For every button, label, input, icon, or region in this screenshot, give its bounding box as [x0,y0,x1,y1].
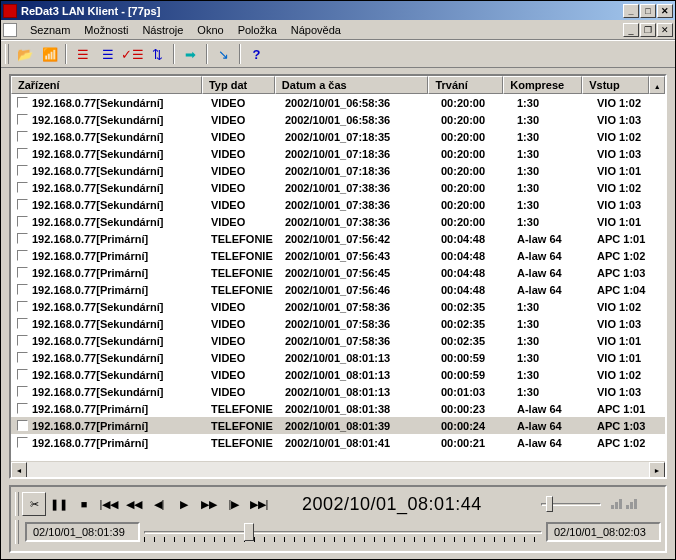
next-track-button[interactable]: ▶▶| [247,492,271,516]
doc-icon[interactable] [3,23,17,37]
col-datetime[interactable]: Datum a čas [275,76,429,94]
connect-icon[interactable]: 📶 [38,43,61,65]
menu-nápověda[interactable]: Nápověda [284,22,348,38]
table-row[interactable]: 192.168.0.77[Primární]TELEFONIE2002/10/0… [11,230,665,247]
table-row[interactable]: 192.168.0.77[Sekundární]VIDEO2002/10/01_… [11,315,665,332]
play-button[interactable]: ▶ [172,492,196,516]
maximize-button[interactable]: □ [640,4,656,18]
scroll-up-button[interactable] [649,76,665,94]
prev-track-button[interactable]: |◀◀ [97,492,121,516]
table-row[interactable]: 192.168.0.77[Sekundární]VIDEO2002/10/01_… [11,111,665,128]
horizontal-scrollbar[interactable] [11,461,665,477]
row-checkbox[interactable] [17,420,28,431]
volume-thumb[interactable] [546,496,553,512]
scroll-track[interactable] [27,462,649,477]
row-checkbox[interactable] [17,386,28,397]
row-checkbox[interactable] [17,437,28,448]
table-row[interactable]: 192.168.0.77[Sekundární]VIDEO2002/10/01_… [11,179,665,196]
row-checkbox[interactable] [17,199,28,210]
list-red-icon[interactable]: ☰ [71,43,94,65]
col-input[interactable]: Vstup [582,76,649,94]
table-row[interactable]: 192.168.0.77[Primární]TELEFONIE2002/10/0… [11,264,665,281]
menu-položka[interactable]: Položka [231,22,284,38]
row-checkbox[interactable] [17,267,28,278]
table-row[interactable]: 192.168.0.77[Sekundární]VIDEO2002/10/01_… [11,213,665,230]
list-blue-icon[interactable]: ☰ [96,43,119,65]
table-row[interactable]: 192.168.0.77[Sekundární]VIDEO2002/10/01_… [11,383,665,400]
table-row[interactable]: 192.168.0.77[Sekundární]VIDEO2002/10/01_… [11,298,665,315]
cell-device: 192.168.0.77[Primární] [32,284,148,296]
row-checkbox[interactable] [17,233,28,244]
table-row[interactable]: 192.168.0.77[Primární]TELEFONIE2002/10/0… [11,417,665,434]
scroll-right-button[interactable] [649,462,665,478]
table-row[interactable]: 192.168.0.77[Primární]TELEFONIE2002/10/0… [11,247,665,264]
cell-duration: 00:00:21 [435,436,511,450]
table-body[interactable]: 192.168.0.77[Sekundární]VIDEO2002/10/01_… [11,94,665,461]
table-row[interactable]: 192.168.0.77[Sekundární]VIDEO2002/10/01_… [11,162,665,179]
row-checkbox[interactable] [17,250,28,261]
row-checkbox[interactable] [17,114,28,125]
seek-slider[interactable] [144,522,542,542]
list-sort-icon[interactable]: ⇅ [146,43,169,65]
mdi-minimize-button[interactable]: _ [623,23,639,37]
row-checkbox[interactable] [17,403,28,414]
table-row[interactable]: 192.168.0.77[Sekundární]VIDEO2002/10/01_… [11,366,665,383]
table-row[interactable]: 192.168.0.77[Sekundární]VIDEO2002/10/01_… [11,145,665,162]
row-checkbox[interactable] [17,318,28,329]
help-icon[interactable]: ? [245,43,268,65]
menu-seznam[interactable]: Seznam [23,22,77,38]
titlebar[interactable]: ReDat3 LAN Klient - [77ps] _ □ ✕ [1,1,675,20]
menu-možnosti[interactable]: Možnosti [77,22,135,38]
table-row[interactable]: 192.168.0.77[Primární]TELEFONIE2002/10/0… [11,400,665,417]
mdi-restore-button[interactable]: ❐ [640,23,656,37]
tool-button[interactable]: ✂ [22,492,46,516]
table-row[interactable]: 192.168.0.77[Sekundární]VIDEO2002/10/01_… [11,349,665,366]
pause-button[interactable]: ❚❚ [47,492,71,516]
close-button[interactable]: ✕ [657,4,673,18]
open-icon[interactable]: 📂 [13,43,36,65]
mdi-close-button[interactable]: ✕ [657,23,673,37]
scroll-left-button[interactable] [11,462,27,478]
row-checkbox[interactable] [17,216,28,227]
col-duration[interactable]: Trvání [428,76,503,94]
list-check-icon[interactable]: ✓☰ [121,43,144,65]
toolbar-handle[interactable] [5,44,9,64]
row-checkbox[interactable] [17,301,28,312]
arrow-right-icon[interactable]: ➡ [179,43,202,65]
step-back-button[interactable]: ◀| [147,492,171,516]
row-checkbox[interactable] [17,352,28,363]
table-row[interactable]: 192.168.0.77[Sekundární]VIDEO2002/10/01_… [11,128,665,145]
cell-datetime: 2002/10/01_07:56:43 [279,249,435,263]
cell-input: VIO 1:03 [591,147,659,161]
row-checkbox[interactable] [17,97,28,108]
stop-button[interactable]: ■ [72,492,96,516]
row-checkbox[interactable] [17,369,28,380]
minimize-button[interactable]: _ [623,4,639,18]
volume-slider[interactable] [541,496,601,512]
col-compression[interactable]: Komprese [503,76,582,94]
menu-nástroje[interactable]: Nástroje [135,22,190,38]
table-row[interactable]: 192.168.0.77[Primární]TELEFONIE2002/10/0… [11,434,665,451]
col-type[interactable]: Typ dat [202,76,275,94]
row-checkbox[interactable] [17,165,28,176]
table-row[interactable]: 192.168.0.77[Primární]TELEFONIE2002/10/0… [11,281,665,298]
col-device[interactable]: Zařízení [11,76,202,94]
row-checkbox[interactable] [17,148,28,159]
step-forward-button[interactable]: |▶ [222,492,246,516]
table-row[interactable]: 192.168.0.77[Sekundární]VIDEO2002/10/01_… [11,196,665,213]
fast-forward-button[interactable]: ▶▶ [197,492,221,516]
seek-thumb[interactable] [244,523,254,541]
row-checkbox[interactable] [17,182,28,193]
table-row[interactable]: 192.168.0.77[Sekundární]VIDEO2002/10/01_… [11,332,665,349]
seek-handle[interactable] [15,520,19,544]
row-checkbox[interactable] [17,131,28,142]
menu-okno[interactable]: Okno [190,22,230,38]
rewind-button[interactable]: ◀◀ [122,492,146,516]
cell-type: TELEFONIE [205,419,279,433]
player-handle[interactable] [15,492,19,516]
table-row[interactable]: 192.168.0.77[Sekundární]VIDEO2002/10/01_… [11,94,665,111]
key-icon[interactable]: ↘ [212,43,235,65]
row-checkbox[interactable] [17,284,28,295]
cell-compression: 1:30 [511,334,591,348]
row-checkbox[interactable] [17,335,28,346]
